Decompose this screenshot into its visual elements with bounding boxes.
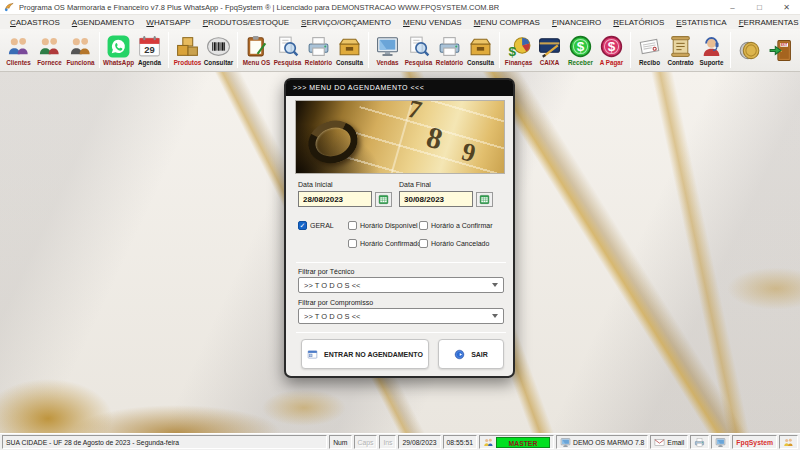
compromisso-select[interactable]: >> T O D O S << <box>298 308 504 324</box>
printer-icon <box>306 34 331 59</box>
checkbox-horario-disponivel[interactable]: Horário Disponível <box>348 221 418 230</box>
toolbar-separator <box>168 32 169 68</box>
barcode-icon <box>206 34 231 59</box>
data-inicial-input[interactable] <box>298 191 372 207</box>
tecnico-select[interactable]: >> T O D O S << <box>298 277 504 293</box>
toolbar-produtos-button[interactable]: Produtos <box>172 33 203 67</box>
checkbox-horario-a-confirmar[interactable]: Horário a Confirmar <box>419 221 492 230</box>
status-num: Num <box>329 435 351 449</box>
status-email[interactable]: Email <box>650 435 688 449</box>
user-badge: MASTER <box>496 437 550 448</box>
toolbar-caixa-button[interactable]: CAIXA <box>534 33 565 67</box>
status-user: MASTER <box>479 435 554 449</box>
close-button[interactable]: ✕ <box>773 0 800 14</box>
checkbox-box[interactable] <box>419 239 428 248</box>
data-final-calendar-button[interactable] <box>476 192 493 207</box>
entrar-agendamento-button[interactable]: ENTRAR NO AGENDAMENTO <box>301 339 429 369</box>
toolbar-recibo-button[interactable]: Recibo <box>634 33 665 67</box>
monitor-small-icon <box>715 437 726 448</box>
checkbox-box[interactable]: ✓ <box>298 221 307 230</box>
menu-item-whatsapp[interactable]: WHATSAPP <box>140 18 196 27</box>
checkbox-geral[interactable]: ✓GERAL <box>298 221 334 230</box>
status-monitor[interactable] <box>711 435 730 449</box>
users-yellow-icon <box>783 437 794 448</box>
toolbar-relatorio-vendas-button[interactable]: Relatório <box>434 33 465 67</box>
toolbar-financas-button[interactable]: $Finanças <box>503 33 534 67</box>
toolbar-button-label: WhatsApp <box>103 59 134 67</box>
chevron-down-icon <box>492 283 498 287</box>
status-ins: Ins <box>379 435 396 449</box>
status-bar: SUA CIDADE - UF 28 de Agosto de 2023 - S… <box>0 433 800 450</box>
menu-item-servico-orcamento[interactable]: SERVIÇO/ORÇAMENTO <box>295 18 397 27</box>
toolbar-consulta-os-button[interactable]: Consulta <box>334 33 365 67</box>
menu-item-menu-vendas[interactable]: MENU VENDAS <box>397 18 468 27</box>
desktop-area: >>> MENU DO AGENDAMENTO <<< 7 8 9 Data I… <box>0 72 800 433</box>
compromisso-select-value: >> T O D O S << <box>304 312 360 321</box>
sair-button[interactable]: SAIR <box>438 339 504 369</box>
toolbar-button-label: Consulta <box>467 59 494 67</box>
toolbar-pesquisa-vendas-button[interactable]: Pesquisa <box>403 33 434 67</box>
drawer-icon <box>337 34 362 59</box>
toolbar-moeda-button[interactable] <box>734 37 765 63</box>
toolbar-vendas-button[interactable]: Vendas <box>372 33 403 67</box>
app-icon <box>4 2 15 13</box>
receive-icon: $ <box>568 34 593 59</box>
toolbar-consulta-vendas-button[interactable]: Consulta <box>465 33 496 67</box>
menu-item-label: CADASTROS <box>10 18 60 27</box>
menu-item-relatorios[interactable]: RELATÓRIOS <box>607 18 670 27</box>
checkbox-box[interactable] <box>419 221 428 230</box>
toolbar-button-label: Vendas <box>376 59 398 67</box>
menu-item-estatistica[interactable]: ESTATISTICA <box>670 18 732 27</box>
toolbar-separator <box>237 32 238 68</box>
minimize-button[interactable]: – <box>719 0 746 14</box>
toolbar-contrato-button[interactable]: Contrato <box>665 33 696 67</box>
toolbar-receber-button[interactable]: $Receber <box>565 33 596 67</box>
toolbar-suporte-button[interactable]: Suporte <box>696 33 727 67</box>
calendar-grid-lines <box>342 100 505 174</box>
toolbar-button-label: Funciona <box>67 59 95 67</box>
tecnico-select-value: >> T O D O S << <box>304 281 360 290</box>
menu-item-ferramentas[interactable]: FERRAMENTAS <box>733 18 800 27</box>
data-inicial-calendar-button[interactable] <box>375 192 392 207</box>
toolbar-button-label: Clientes <box>6 59 31 67</box>
toolbar-sair-sistema-button[interactable]: EXIT <box>765 37 796 63</box>
toolbar-clientes-button[interactable]: Clientes <box>3 33 34 67</box>
checkbox-horario-cancelado[interactable]: Horário Cancelado <box>419 239 489 248</box>
toolbar-funciona-button[interactable]: Funciona <box>65 33 96 67</box>
checkbox-box[interactable] <box>348 239 357 248</box>
menu-item-menu-compras[interactable]: MENU COMPRAS <box>468 18 546 27</box>
toolbar-a-pagar-button[interactable]: $A Pagar <box>596 33 627 67</box>
toolbar-whatsapp-button[interactable]: WhatsApp <box>103 33 134 67</box>
contract-icon <box>668 34 693 59</box>
dialog-titlebar[interactable]: >>> MENU DO AGENDAMENTO <<< <box>286 80 513 96</box>
users-small-icon <box>483 437 494 448</box>
toolbar-fornece-button[interactable]: Fornece <box>34 33 65 67</box>
status-printer[interactable] <box>690 435 709 449</box>
checkbox-horario-confirmado[interactable]: Horário Confirmado <box>348 239 421 248</box>
exit-icon: EXIT <box>768 38 793 63</box>
svg-text:$: $ <box>577 40 585 55</box>
clipboard-icon <box>244 34 269 59</box>
toolbar-separator <box>99 32 100 68</box>
toolbar-agenda-button[interactable]: 29Agenda <box>134 33 165 67</box>
menu-item-cadastros[interactable]: CADASTROS <box>4 18 66 27</box>
checkbox-box[interactable] <box>348 221 357 230</box>
data-final-input[interactable] <box>399 191 473 207</box>
menu-item-produtos-estoque[interactable]: PRODUTOS/ESTOQUE <box>197 18 295 27</box>
title-bar[interactable]: Programa OS Marmoraria e Financeiro v7.8… <box>0 0 800 15</box>
monitor-icon <box>375 34 400 59</box>
menu-item-financeiro[interactable]: FINANCEIRO <box>546 18 607 27</box>
checkbox-label: Horário Confirmado <box>360 240 421 247</box>
toolbar-consultar-button[interactable]: Consultar <box>203 33 234 67</box>
toolbar-relatorio-os-button[interactable]: Relatório <box>303 33 334 67</box>
maximize-button[interactable]: □ <box>746 0 773 14</box>
computer-icon <box>560 437 571 448</box>
toolbar-menu-os-button[interactable]: Menu OS <box>241 33 272 67</box>
svg-text:$: $ <box>608 40 616 55</box>
toolbar-pesquisa-os-button[interactable]: Pesquisa <box>272 33 303 67</box>
window-controls: – □ ✕ <box>719 0 800 14</box>
checkbox-label: GERAL <box>310 222 334 229</box>
menu-item-agendamento[interactable]: AGENDAMENTO <box>66 18 141 27</box>
printer-icon <box>437 34 462 59</box>
sair-button-label: SAIR <box>471 351 488 358</box>
